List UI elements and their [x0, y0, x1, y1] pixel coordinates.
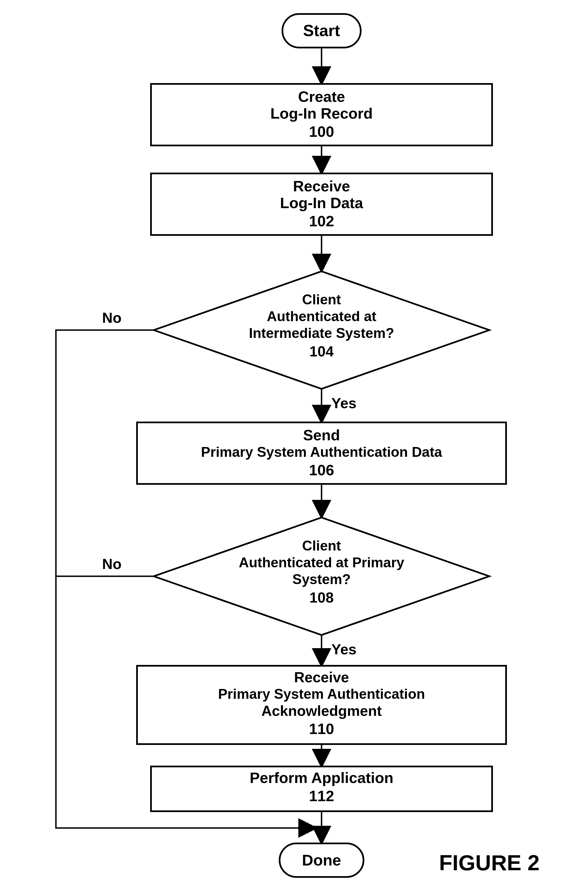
step110-l1: Receive: [294, 669, 349, 685]
step102-num: 102: [309, 213, 334, 229]
terminator-start: Start: [282, 14, 361, 48]
process-106: Send Primary System Authentication Data …: [137, 422, 506, 484]
dec108-num: 108: [309, 589, 334, 606]
decision-104: Client Authenticated at Intermediate Sys…: [154, 271, 489, 389]
dec104-l2: Authenticated at: [267, 308, 376, 324]
step106-num: 106: [309, 461, 334, 478]
terminator-done: Done: [280, 843, 363, 877]
process-110: Receive Primary System Authentication Ac…: [137, 666, 506, 744]
done-label: Done: [302, 851, 341, 869]
step100-l2: Log-In Record: [270, 105, 373, 122]
process-112: Perform Application 112: [151, 766, 492, 811]
step110-l3: Acknowledgment: [261, 703, 382, 719]
step102-l2: Log-In Data: [280, 194, 363, 211]
dec104-l3: Intermediate System?: [249, 325, 394, 341]
dec108-l3: System?: [292, 571, 351, 587]
step100-l1: Create: [298, 88, 345, 105]
process-100: Create Log-In Record 100: [151, 84, 492, 146]
dec108-l1: Client: [302, 538, 341, 554]
step112-l1: Perform Application: [250, 769, 393, 786]
step100-num: 100: [309, 123, 334, 140]
dec108-l2: Authenticated at Primary: [239, 555, 404, 570]
decision-108: Client Authenticated at Primary System? …: [154, 517, 489, 635]
step110-l2: Primary System Authentication: [218, 686, 425, 702]
flowchart-figure: Start Create Log-In Record 100 Receive L…: [0, 0, 588, 882]
step102-l1: Receive: [293, 177, 350, 194]
dec104-no-label: No: [102, 310, 122, 326]
process-102: Receive Log-In Data 102: [151, 173, 492, 235]
dec104-yes-label: Yes: [332, 395, 357, 411]
step112-num: 112: [309, 787, 334, 804]
step110-num: 110: [309, 720, 334, 737]
dec108-no-label: No: [102, 556, 122, 572]
dec108-yes-label: Yes: [332, 641, 357, 657]
start-label: Start: [303, 21, 340, 39]
dec104-l1: Client: [302, 292, 341, 307]
dec104-num: 104: [309, 343, 334, 359]
figure-label: FIGURE 2: [439, 850, 540, 875]
step106-l2: Primary System Authentication Data: [201, 444, 442, 460]
step106-l1: Send: [303, 427, 340, 443]
